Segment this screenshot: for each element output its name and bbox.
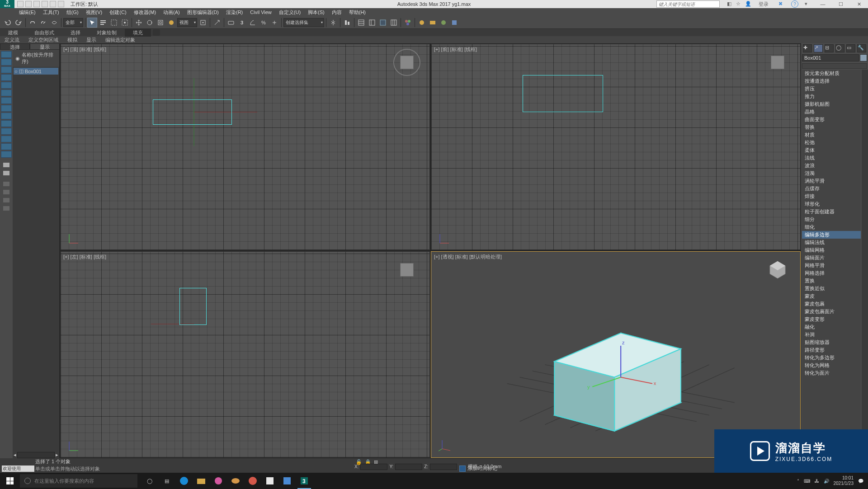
se-filter-lights-icon[interactable] xyxy=(1,66,12,73)
toggle-ribbon-button[interactable] xyxy=(367,18,377,28)
se-rename-icon[interactable] xyxy=(1,188,12,196)
modifier-item[interactable]: 粒子面创建器 xyxy=(802,208,861,216)
scene-hscroll[interactable] xyxy=(17,452,55,458)
named-selection-dropdown[interactable]: 创建选择集 xyxy=(283,18,324,27)
tray-ime-icon[interactable]: ⌨ xyxy=(804,479,810,484)
modifier-item[interactable]: 细分 xyxy=(802,216,861,223)
z-coord-field[interactable] xyxy=(430,464,457,470)
se-filter-hidden-icon[interactable] xyxy=(1,136,12,142)
rendered-frame-button[interactable] xyxy=(428,18,438,28)
manipulate-button[interactable] xyxy=(212,18,222,28)
cmd-tab-display-icon[interactable]: ▭ xyxy=(846,44,855,52)
select-region-button[interactable] xyxy=(109,18,119,28)
qat-save-icon[interactable] xyxy=(33,1,40,7)
cmd-tab-modify-icon[interactable]: ↗ xyxy=(814,44,823,52)
scene-tree[interactable]: ○ ◫ Box001 xyxy=(13,67,59,452)
ribbon-minimize-icon[interactable] xyxy=(153,29,160,36)
menu-edit[interactable]: 编辑(E) xyxy=(15,9,39,16)
viewport-top[interactable]: [+] [顶] [标准] [线框] xyxy=(60,44,430,250)
add-time-tag-label[interactable]: 添加时间标记 xyxy=(467,465,497,472)
modifier-item[interactable]: 蒙皮 xyxy=(802,292,861,300)
cmd-tab-motion-icon[interactable]: ◯ xyxy=(835,44,844,52)
viewport-top-selection[interactable] xyxy=(153,99,232,125)
3dsmax-taskbar-icon[interactable]: 3 xyxy=(296,473,313,489)
ref-coord-dropdown[interactable]: 视图 xyxy=(177,18,197,27)
se-filter-containers-icon[interactable] xyxy=(1,120,12,127)
modifier-item[interactable]: 细化 xyxy=(802,223,861,231)
task-view-icon[interactable]: ◯ xyxy=(141,473,158,489)
modifier-item[interactable]: 蒙皮包裹 xyxy=(802,300,861,308)
tray-network-icon[interactable]: 🖧 xyxy=(815,479,819,484)
app-icon-4[interactable] xyxy=(278,473,296,489)
scene-tab-select[interactable]: 选择 xyxy=(0,43,30,50)
modifier-item[interactable]: 网格平滑 xyxy=(802,262,861,269)
menu-group[interactable]: 组(G) xyxy=(63,9,82,16)
app-logo[interactable]: 3MAX xyxy=(0,0,14,8)
se-filter-visible-icon[interactable] xyxy=(1,151,12,158)
align-button[interactable] xyxy=(342,18,352,28)
menu-scripting[interactable]: 脚本(S) xyxy=(304,9,328,16)
maxscript-listener[interactable]: 欢迎使用 MAXSci xyxy=(2,465,34,472)
viewcube-left[interactable] xyxy=(393,256,420,283)
redo-button[interactable] xyxy=(14,18,24,28)
modifier-item[interactable]: 按元素分配材质 xyxy=(802,70,861,77)
cmd-tab-utilities-icon[interactable]: 🔧 xyxy=(857,44,866,52)
ribbon-sub-flow[interactable]: 定义流 xyxy=(0,37,24,43)
modifier-item[interactable]: 融化 xyxy=(802,323,861,331)
se-filter-shapes-icon[interactable] xyxy=(1,59,12,66)
modifier-item[interactable]: 转化为多边形 xyxy=(802,354,861,362)
ribbon-tab-modeling[interactable]: 建模 xyxy=(0,29,26,37)
render-iterative-button[interactable] xyxy=(449,18,459,28)
viewcube-perspective[interactable] xyxy=(764,256,791,283)
ribbon-sub-idle[interactable]: 定义空闲区域 xyxy=(24,37,63,43)
menu-civil-view[interactable]: Civil View xyxy=(246,9,275,15)
modifier-item[interactable]: 松弛 xyxy=(802,139,861,146)
modifier-item[interactable]: 挤压 xyxy=(802,85,861,93)
star-icon[interactable]: ☆ xyxy=(736,1,742,7)
user-icon[interactable]: 👤 xyxy=(745,1,751,7)
se-delete-icon[interactable] xyxy=(1,197,12,204)
scene-tab-display[interactable]: 显示 xyxy=(30,43,60,50)
se-filter-spacewarps-icon[interactable] xyxy=(1,89,12,96)
key-icon[interactable] xyxy=(459,465,466,472)
maximize-button[interactable]: ☐ xyxy=(832,0,850,8)
tray-volume-icon[interactable]: 🔊 xyxy=(824,479,829,484)
menu-views[interactable]: 视图(V) xyxy=(82,9,106,16)
ribbon-sub-display[interactable]: 显示 xyxy=(82,37,101,43)
modifier-item[interactable]: 蒙皮变形 xyxy=(802,315,861,323)
expand-icon[interactable]: ○ xyxy=(14,69,18,74)
viewport-front[interactable]: [+] [前] [标准] [线框] xyxy=(431,44,801,250)
modifier-item[interactable]: 编辑面片 xyxy=(802,254,861,262)
curve-editor-button[interactable] xyxy=(378,18,388,28)
system-clock[interactable]: 10:01 2021/1/23 xyxy=(834,475,854,486)
se-layers-icon[interactable] xyxy=(1,169,12,177)
ribbon-tab-populate[interactable]: 填充 xyxy=(125,29,151,37)
app-icon-3[interactable] xyxy=(261,473,278,489)
ribbon-tab-object-paint[interactable]: 对象绘制 xyxy=(89,29,125,37)
modifier-item[interactable]: 柔体 xyxy=(802,146,861,154)
autodesk-app-icon[interactable]: ◧ xyxy=(727,1,733,7)
firefox-icon[interactable] xyxy=(244,473,261,489)
modifier-item[interactable]: 涡轮平滑 xyxy=(802,177,861,185)
select-object-button[interactable] xyxy=(87,18,97,28)
modifier-item[interactable]: 置换 xyxy=(802,277,861,285)
se-filter-xrefs-icon[interactable] xyxy=(1,105,12,112)
modifier-item[interactable]: 法线 xyxy=(802,154,861,162)
qat-undo-icon[interactable] xyxy=(42,1,48,7)
exchange-icon[interactable]: ✖ xyxy=(778,1,785,7)
modifier-item[interactable]: 编辑法线 xyxy=(802,239,861,246)
modifier-list-scrollbar[interactable] xyxy=(862,70,868,458)
window-crossing-button[interactable] xyxy=(120,18,130,28)
modifier-item[interactable]: 网格选择 xyxy=(802,269,861,277)
qat-open-icon[interactable] xyxy=(25,1,32,7)
rotate-button[interactable] xyxy=(145,18,155,28)
viewport-perspective[interactable]: [+] [透视] [标准] [默认明暗处理] x y xyxy=(431,251,801,458)
minimize-button[interactable]: — xyxy=(814,0,832,8)
material-editor-button[interactable] xyxy=(403,18,413,28)
modifier-item[interactable]: 摄影机贴图 xyxy=(802,100,861,108)
link-button[interactable] xyxy=(28,18,38,28)
se-filter-unselected-icon[interactable] xyxy=(1,143,12,150)
viewport-left-selection[interactable] xyxy=(179,288,207,325)
viewport-left-label[interactable]: [+] [左] [标准] [线框] xyxy=(63,254,106,260)
modifier-item[interactable]: 转化为面片 xyxy=(802,369,861,377)
